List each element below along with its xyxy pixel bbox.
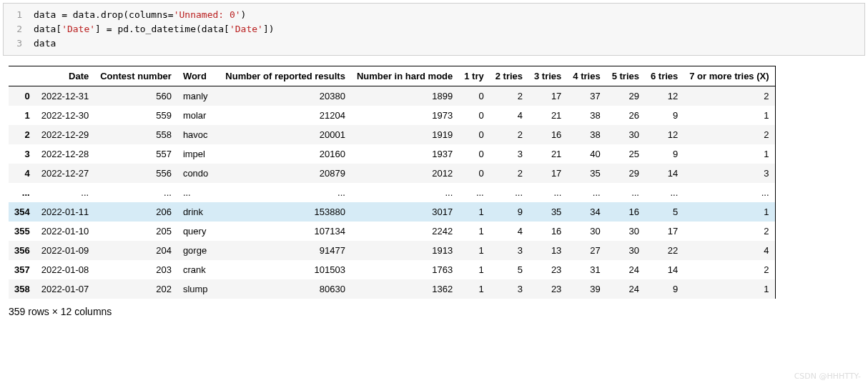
line-number: 3 (4, 36, 28, 51)
cell-1try: 1 (458, 279, 489, 299)
cell-7tries: ... (684, 183, 775, 202)
cell-5tries: 25 (606, 144, 645, 164)
cell-6tries: 9 (645, 106, 684, 125)
col-4tries: 4 tries (567, 66, 606, 86)
table-header-row: Date Contest number Word Number of repor… (9, 66, 775, 86)
cell-word: crank (177, 260, 220, 279)
cell-6tries: 14 (645, 164, 684, 183)
cell-6tries: ... (645, 183, 684, 202)
cell-4tries: 39 (567, 279, 606, 299)
cell-5tries: 29 (606, 86, 645, 106)
cell-contest: 557 (94, 144, 177, 164)
table-row[interactable]: 32022-12-28557impel2016019370321402591 (9, 144, 775, 164)
cell-hard: ... (351, 183, 458, 202)
table-row[interactable]: 12022-12-30559molar2120419730421382691 (9, 106, 775, 125)
cell-1try: 1 (458, 260, 489, 279)
cell-7tries: 3 (684, 164, 775, 183)
cell-date: 2022-01-09 (36, 241, 95, 260)
col-contest: Contest number (94, 66, 177, 86)
cell-reported: 101503 (220, 260, 351, 279)
cell-date: 2022-12-28 (36, 144, 95, 164)
cell-reported: 153880 (220, 202, 351, 222)
cell-date: 2022-12-29 (36, 125, 95, 144)
code-cell[interactable]: 1 2 3 data = data.drop(columns='Unnamed:… (3, 3, 865, 56)
cell-1try: 1 (458, 222, 489, 241)
table-row[interactable]: 02022-12-31560manly20380189902173729122 (9, 86, 775, 106)
table-row[interactable]: 42022-12-27556condo20879201202173529143 (9, 164, 775, 183)
cell-6tries: 12 (645, 125, 684, 144)
cell-word: manly (177, 86, 220, 106)
col-date: Date (36, 66, 95, 86)
cell-1try: ... (458, 183, 489, 202)
cell-6tries: 22 (645, 241, 684, 260)
cell-1try: 0 (458, 164, 489, 183)
cell-2tries: 9 (490, 202, 528, 222)
col-5tries: 5 tries (606, 66, 645, 86)
row-index: 355 (9, 222, 36, 241)
table-row[interactable]: 3552022-01-10205query1071342242141630301… (9, 222, 775, 241)
col-word: Word (177, 66, 220, 86)
cell-3tries: 35 (528, 202, 567, 222)
cell-word: drink (177, 202, 220, 222)
cell-2tries: 5 (490, 260, 528, 279)
cell-6tries: 17 (645, 222, 684, 241)
row-index: 358 (9, 279, 36, 299)
row-index: 2 (9, 125, 36, 144)
cell-date: ... (36, 183, 95, 202)
cell-reported: 20160 (220, 144, 351, 164)
cell-3tries: 23 (528, 279, 567, 299)
table-row[interactable]: 3562022-01-09204gorge9147719131313273022… (9, 241, 775, 260)
cell-6tries: 14 (645, 260, 684, 279)
table-row[interactable]: 3582022-01-07202slump8063013621323392491 (9, 279, 775, 299)
cell-contest: ... (94, 183, 177, 202)
cell-4tries: 27 (567, 241, 606, 260)
cell-date: 2022-12-27 (36, 164, 95, 183)
col-1try: 1 try (458, 66, 489, 86)
cell-3tries: 17 (528, 86, 567, 106)
cell-reported: ... (220, 183, 351, 202)
cell-hard: 1763 (351, 260, 458, 279)
cell-4tries: 38 (567, 125, 606, 144)
cell-date: 2022-01-10 (36, 222, 95, 241)
table-row[interactable]: ....................................... (9, 183, 775, 202)
table-row[interactable]: 3572022-01-08203crank1015031763152331241… (9, 260, 775, 279)
cell-1try: 0 (458, 125, 489, 144)
cell-1try: 0 (458, 86, 489, 106)
row-index: 0 (9, 86, 36, 106)
col-6tries: 6 tries (645, 66, 684, 86)
code-line[interactable]: data (34, 36, 275, 51)
code-line[interactable]: data = data.drop(columns='Unnamed: 0') (34, 8, 275, 22)
cell-hard: 1937 (351, 144, 458, 164)
col-hard: Number in hard mode (351, 66, 458, 86)
cell-2tries: 3 (490, 279, 528, 299)
cell-2tries: 2 (490, 86, 528, 106)
row-index: ... (9, 183, 36, 202)
table-row[interactable]: 22022-12-29558havoc20001191902163830122 (9, 125, 775, 144)
cell-hard: 1913 (351, 241, 458, 260)
cell-7tries: 1 (684, 202, 775, 222)
cell-date: 2022-01-08 (36, 260, 95, 279)
cell-word: query (177, 222, 220, 241)
cell-1try: 0 (458, 144, 489, 164)
cell-6tries: 9 (645, 144, 684, 164)
dataframe-shape: 359 rows × 12 columns (9, 306, 865, 317)
cell-7tries: 2 (684, 222, 775, 241)
cell-2tries: 4 (490, 106, 528, 125)
cell-7tries: 2 (684, 125, 775, 144)
cell-reported: 91477 (220, 241, 351, 260)
code-editor[interactable]: data = data.drop(columns='Unnamed: 0')da… (28, 4, 280, 55)
cell-4tries: 34 (567, 202, 606, 222)
table-row[interactable]: 3542022-01-11206drink1538803017193534165… (9, 202, 775, 222)
cell-word: havoc (177, 125, 220, 144)
cell-word: molar (177, 106, 220, 125)
col-2tries: 2 tries (490, 66, 528, 86)
col-index (9, 66, 36, 86)
code-line[interactable]: data['Date'] = pd.to_datetime(data['Date… (34, 22, 275, 36)
cell-5tries: 24 (606, 260, 645, 279)
cell-contest: 206 (94, 202, 177, 222)
cell-reported: 20380 (220, 86, 351, 106)
cell-5tries: 30 (606, 125, 645, 144)
cell-1try: 1 (458, 241, 489, 260)
cell-word: impel (177, 144, 220, 164)
cell-2tries: 2 (490, 125, 528, 144)
